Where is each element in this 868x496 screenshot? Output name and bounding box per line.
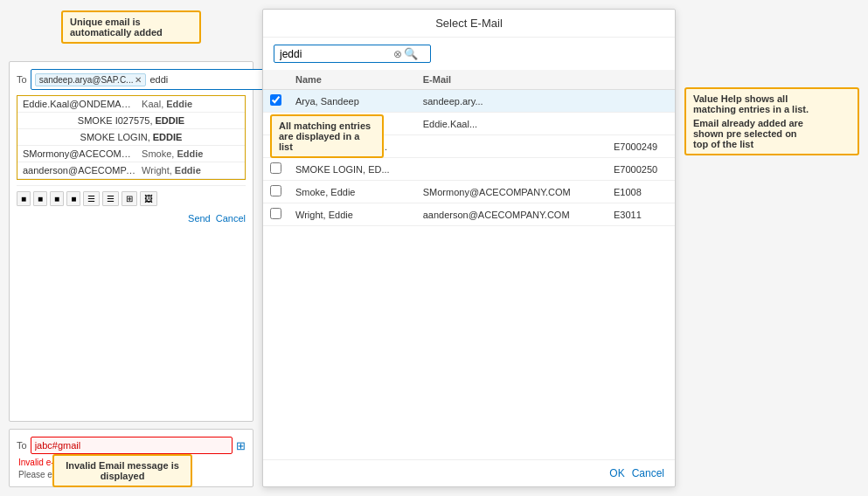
callout-invalid-email: Invalid Email message is displayed	[52, 454, 192, 487]
to-field-input[interactable]	[149, 74, 270, 85]
col-name-header: Name	[288, 70, 416, 90]
table-header-row: Name E-Mail	[263, 70, 675, 90]
row-checkbox-cell[interactable]	[263, 90, 288, 113]
list-item[interactable]: SMOKE I027575, EDDIE	[17, 113, 245, 129]
toolbar-btn-4[interactable]: ■	[66, 191, 80, 206]
row-checkbox-cell[interactable]	[263, 158, 288, 181]
row-id	[607, 90, 675, 113]
row-id: E3011	[607, 203, 675, 226]
composer-footer: Send Cancel	[17, 213, 246, 224]
tag-close-icon[interactable]: ✕	[135, 75, 142, 85]
composer-to-row: To sandeep.arya@SAP.C... ✕ ⊞	[17, 69, 246, 90]
row-email: aanderson@ACECOMPANY.COM	[416, 203, 607, 226]
row-id: E7000250	[607, 158, 675, 181]
table-row: Arya, Sandeep sandeep.ary...	[263, 90, 675, 113]
callout-matching: All matching entries are displayed in a …	[270, 114, 384, 158]
row-checkbox[interactable]	[270, 185, 281, 196]
email-tag[interactable]: sandeep.arya@SAP.C... ✕	[35, 73, 147, 86]
col-id-header	[607, 70, 675, 90]
toolbar-btn-7[interactable]: ⊞	[122, 191, 137, 206]
row-checkbox-cell[interactable]	[263, 181, 288, 203]
toolbar-btn-5[interactable]: ☰	[83, 191, 100, 206]
col-email-header: E-Mail	[416, 70, 607, 90]
row-email	[416, 158, 607, 181]
main-container: Unique email is automatically added All …	[0, 0, 868, 496]
col-checkbox	[263, 70, 288, 90]
toolbar-btn-3[interactable]: ■	[50, 191, 64, 206]
row-email: sandeep.ary...	[416, 90, 607, 113]
toolbar-btn-2[interactable]: ■	[33, 191, 47, 206]
row-id: E1008	[607, 181, 675, 203]
list-item[interactable]: SMormony@ACECOMPANY.COM Smoke, Eddie	[17, 146, 245, 162]
list-item[interactable]: aanderson@ACECOMPANY.COM Wright, Eddie	[17, 162, 245, 179]
cancel-button[interactable]: Cancel	[216, 213, 246, 224]
table-row: Smoke, Eddie SMormony@ACECOMPANY.COM E10…	[263, 181, 675, 203]
row-email	[416, 135, 607, 158]
left-panel: Unique email is automatically added All …	[9, 9, 253, 487]
row-name: Smoke, Eddie	[288, 181, 416, 203]
list-item[interactable]: Eddie.Kaal@ONDEMAND.COM Kaal, Eddie	[17, 96, 245, 113]
row-email: SMormony@ACECOMPANY.COM	[416, 181, 607, 203]
row-email: Eddie.Kaal...	[416, 113, 607, 135]
dialog-search-row: ⊗ 🔍	[263, 38, 675, 70]
callout-unique-email: Unique email is automatically added	[61, 10, 201, 44]
search-input-wrapper: ⊗ 🔍	[274, 45, 431, 63]
row-id	[607, 113, 675, 135]
composer-toolbar: ■ ■ ■ ■ ☰ ☰ ⊞ 🖼	[17, 185, 246, 206]
send-button[interactable]: Send	[188, 213, 211, 224]
select-email-dialog: Select E-Mail ⊗ 🔍 Name E-Mail	[262, 9, 676, 487]
to-field-wrapper: sandeep.arya@SAP.C... ✕	[31, 69, 275, 90]
invalid-address-book-icon[interactable]: ⊞	[236, 439, 246, 452]
toolbar-btn-1[interactable]: ■	[17, 191, 31, 206]
row-name: Arya, Sandeep	[288, 90, 416, 113]
table-row: Wright, Eddie aanderson@ACECOMPANY.COM E…	[263, 203, 675, 226]
search-clear-icon[interactable]: ⊗	[393, 48, 402, 60]
list-item[interactable]: SMOKE LOGIN, EDDIE	[17, 129, 245, 146]
invalid-email-input[interactable]	[35, 440, 228, 451]
toolbar-btn-6[interactable]: ☰	[102, 191, 119, 206]
ok-button[interactable]: OK	[609, 467, 624, 479]
invalid-to-row: To ⊞	[17, 437, 246, 454]
invalid-to-label: To	[17, 440, 27, 451]
search-go-icon[interactable]: 🔍	[404, 47, 418, 60]
table-row: SMOKE LOGIN, ED... E7000250	[263, 158, 675, 181]
invalid-input-wrapper	[31, 437, 233, 454]
row-id: E7000249	[607, 135, 675, 158]
dialog-footer: OK Cancel	[263, 459, 675, 486]
search-input[interactable]	[280, 48, 393, 60]
email-composer-box: All matching entries are displayed in a …	[9, 61, 253, 422]
toolbar-btn-8[interactable]: 🖼	[140, 191, 157, 206]
row-name: SMOKE LOGIN, ED...	[288, 158, 416, 181]
autocomplete-dropdown: Eddie.Kaal@ONDEMAND.COM Kaal, Eddie SMOK…	[17, 95, 246, 180]
callout-value-help: Value Help shows all matching entries in…	[684, 87, 859, 155]
row-name: Wright, Eddie	[288, 203, 416, 226]
row-checkbox[interactable]	[270, 94, 281, 106]
row-checkbox[interactable]	[270, 162, 281, 174]
row-checkbox[interactable]	[270, 208, 281, 219]
row-checkbox-cell[interactable]	[263, 203, 288, 226]
dialog-cancel-button[interactable]: Cancel	[632, 467, 664, 479]
to-label: To	[17, 74, 27, 85]
dialog-title: Select E-Mail	[263, 10, 675, 38]
